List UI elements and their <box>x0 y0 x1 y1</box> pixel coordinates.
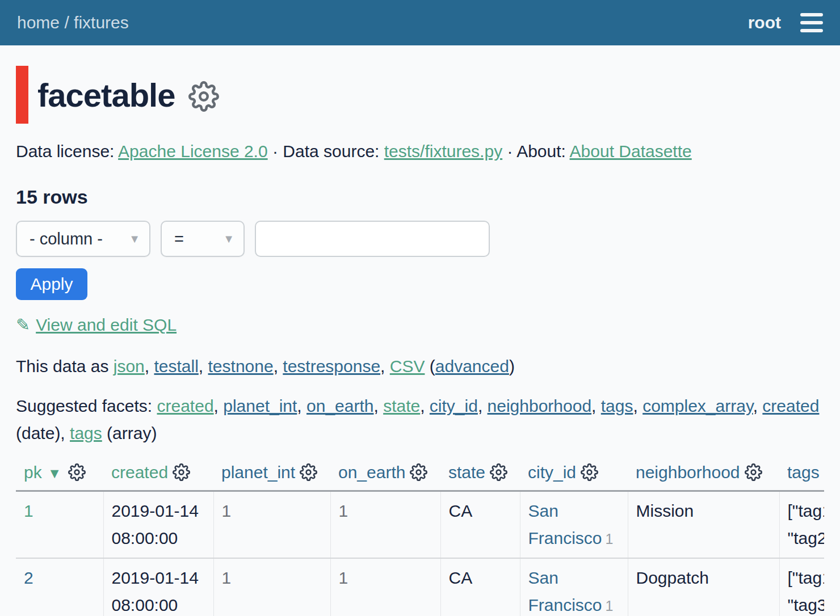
city-fk-link[interactable]: San Francisco <box>528 501 602 547</box>
table-row: 2 2019-01-14 08:00:00 1 1 CA San Francis… <box>16 558 824 616</box>
about-label: About: <box>516 142 569 161</box>
sort-on-earth-link[interactable]: on_earth <box>338 463 405 482</box>
column-header-tags: tags <box>779 459 824 491</box>
facet-link-planet-int[interactable]: planet_int <box>223 396 297 415</box>
sort-planet-int-link[interactable]: planet_int <box>221 463 295 482</box>
filter-operator-value: = <box>174 230 184 248</box>
table-settings-gear-icon[interactable] <box>188 81 219 112</box>
title-row: facetable <box>16 66 824 124</box>
export-link-testall[interactable]: testall <box>154 357 198 375</box>
column-header-state: state <box>440 459 520 491</box>
cell-city-id: San Francisco1 <box>520 491 628 559</box>
sql-row: ✎View and edit SQL <box>16 315 824 335</box>
column-header-on-earth: on_earth <box>330 459 440 491</box>
cell-tags: ["tag1", "tag2"] <box>779 491 824 559</box>
facet-link-complex-array[interactable]: complex_array <box>642 396 753 415</box>
column-gear-icon[interactable] <box>68 463 86 481</box>
license-link[interactable]: Apache License 2.0 <box>118 142 268 161</box>
column-gear-icon[interactable] <box>410 463 427 481</box>
suggested-facets: Suggested facets: created, planet_int, o… <box>16 393 824 447</box>
sort-state-link[interactable]: state <box>448 463 485 482</box>
sort-neighborhood-link[interactable]: neighborhood <box>636 463 740 482</box>
row-count: 15 rows <box>16 186 824 208</box>
facet-link-neighborhood[interactable]: neighborhood <box>488 396 592 415</box>
cell-planet-int: 1 <box>213 558 330 616</box>
license-label: Data license: <box>16 142 118 161</box>
column-gear-icon[interactable] <box>490 463 507 481</box>
export-link-testnone[interactable]: testnone <box>208 357 274 375</box>
dataset-meta: Data license: Apache License 2.0 · Data … <box>16 140 824 163</box>
source-label: Data source: <box>283 142 384 161</box>
source-link[interactable]: tests/fixtures.py <box>384 142 502 161</box>
cell-tags: ["tag1", "tag3"] <box>779 558 824 616</box>
cell-state: CA <box>440 558 520 616</box>
apply-button[interactable]: Apply <box>16 268 87 300</box>
hamburger-menu-icon[interactable] <box>800 13 823 32</box>
facet-link-city-id[interactable]: city_id <box>430 396 478 415</box>
facets-prefix: Suggested facets: <box>16 396 157 415</box>
export-link-json[interactable]: json <box>114 357 145 375</box>
column-header-planet-int: planet_int <box>213 459 330 491</box>
export-link-testresponse[interactable]: testresponse <box>283 357 380 375</box>
export-link-csv[interactable]: CSV <box>390 357 425 375</box>
view-edit-sql-link[interactable]: View and edit SQL <box>36 315 177 334</box>
facet-link-tags[interactable]: tags <box>601 396 633 415</box>
sort-desc-icon: ▼ <box>48 465 62 481</box>
column-gear-icon[interactable] <box>581 463 598 481</box>
cell-neighborhood: Dogpatch <box>628 558 779 616</box>
column-header-pk: pk▼ <box>16 459 103 491</box>
filter-column-select[interactable]: - column - ▼ <box>16 221 150 257</box>
facet-link-created-date[interactable]: created <box>762 396 819 415</box>
column-header-neighborhood: neighborhood <box>628 459 779 491</box>
filter-row: - column - ▼ = ▼ <box>16 221 824 257</box>
column-gear-icon[interactable] <box>745 463 762 481</box>
about-link[interactable]: About Datasette <box>570 142 692 161</box>
row-pk-link[interactable]: 2 <box>24 568 33 587</box>
table-row: 1 2019-01-14 08:00:00 1 1 CA San Francis… <box>16 491 824 559</box>
page-title: facetable <box>37 76 175 114</box>
sort-city-id-link[interactable]: city_id <box>528 463 576 482</box>
cell-on-earth: 1 <box>330 558 440 616</box>
breadcrumb-separator: / <box>60 13 74 32</box>
meta-separator: · <box>268 142 283 161</box>
cell-planet-int: 1 <box>213 491 330 559</box>
breadcrumb-home-link[interactable]: home <box>17 13 60 32</box>
title-accent-bar <box>16 66 28 124</box>
meta-separator: · <box>502 142 516 161</box>
breadcrumb-fixtures-link[interactable]: fixtures <box>74 13 129 32</box>
column-gear-icon[interactable] <box>300 463 317 481</box>
cell-created: 2019-01-14 08:00:00 <box>103 558 213 616</box>
data-table-wrapper: pk▼ created planet_int on_earth state <box>16 459 824 616</box>
facet-link-state[interactable]: state <box>383 396 420 415</box>
facet-link-created[interactable]: created <box>157 396 214 415</box>
data-as-prefix: This data as <box>16 357 114 375</box>
cell-created: 2019-01-14 08:00:00 <box>103 491 213 559</box>
filter-column-value: - column - <box>30 230 103 248</box>
column-header-created: created <box>103 459 213 491</box>
fk-id-badge: 1 <box>606 531 614 547</box>
filter-operator-select[interactable]: = ▼ <box>161 221 245 257</box>
sort-pk-link[interactable]: pk <box>24 463 42 482</box>
breadcrumb: home / fixtures <box>17 13 129 32</box>
column-header-city-id: city_id <box>520 459 628 491</box>
chevron-down-icon: ▼ <box>129 233 140 246</box>
page-body: facetable Data license: Apache License 2… <box>0 66 840 616</box>
pencil-icon: ✎ <box>16 315 30 334</box>
sort-created-link[interactable]: created <box>111 463 168 482</box>
fk-id-badge: 1 <box>606 598 614 614</box>
filter-value-input[interactable] <box>255 221 490 257</box>
row-pk-link[interactable]: 1 <box>24 501 33 520</box>
column-gear-icon[interactable] <box>173 463 190 481</box>
cell-city-id: San Francisco1 <box>520 558 628 616</box>
data-table: pk▼ created planet_int on_earth state <box>16 459 824 616</box>
city-fk-link[interactable]: San Francisco <box>528 568 602 614</box>
facet-link-on-earth[interactable]: on_earth <box>306 396 373 415</box>
export-link-advanced[interactable]: advanced <box>435 357 509 375</box>
cell-state: CA <box>440 491 520 559</box>
facet-link-tags-array[interactable]: tags <box>70 424 102 442</box>
user-menu-root[interactable]: root <box>748 13 781 32</box>
cell-on-earth: 1 <box>330 491 440 559</box>
sort-tags-link[interactable]: tags <box>787 463 820 482</box>
chevron-down-icon: ▼ <box>223 233 234 246</box>
cell-neighborhood: Mission <box>628 491 779 559</box>
